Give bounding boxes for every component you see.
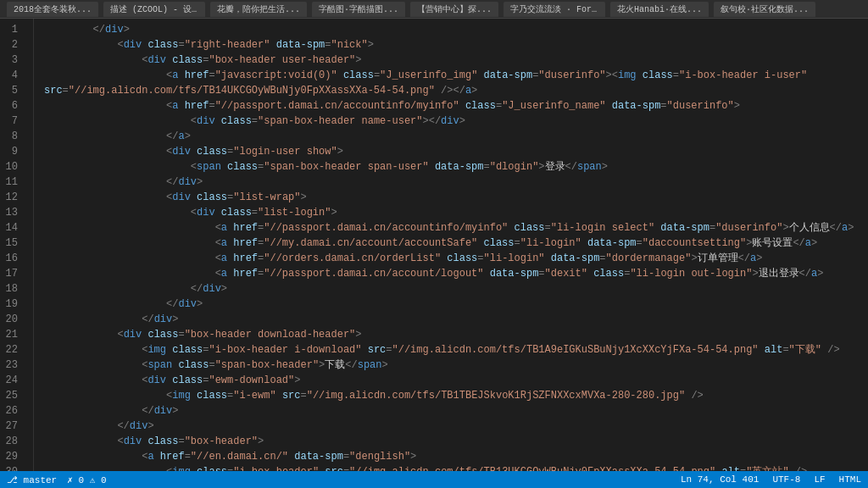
line-number: 29 [0, 449, 26, 464]
code-line: </div> [44, 312, 868, 327]
line-number: 5 [0, 83, 26, 98]
code-line: </div> [44, 22, 868, 37]
line-number: 6 [0, 98, 26, 114]
code-line: <div class="list-login"> [44, 205, 868, 220]
code-line: <a href="//passport.damai.cn/accountinfo… [44, 98, 868, 114]
line-number: 14 [0, 220, 26, 236]
code-line: <div class="box-header download-header"> [44, 327, 868, 342]
line-number: 25 [0, 388, 26, 403]
code-line: <div class="list-wrap"> [44, 190, 868, 205]
code-line: <div class="box-header user-header"> [44, 53, 868, 68]
tab-2[interactable]: 描述 (ZCOOL) - 设... [103, 2, 205, 17]
code-line: <img class="i-box-header" src="//img.ali… [44, 464, 868, 471]
line-number: 16 [0, 251, 26, 266]
cursor-position: Ln 74, Col 401 [681, 474, 759, 485]
code-line: <a href="//en.damai.cn/" data-spm="dengl… [44, 449, 868, 464]
line-number: 27 [0, 419, 26, 434]
line-number: 1 [0, 22, 26, 37]
line-number: 3 [0, 53, 26, 68]
tab-5[interactable]: 【营销中心】探... [410, 2, 498, 17]
browser-tab-bar[interactable]: 2018全套冬装秋... 描述 (ZCOOL) - 设... 花瓣，陪你把生活.… [0, 0, 868, 19]
code-line: </div> [44, 297, 868, 312]
code-line: <div class="login-user show"> [44, 144, 868, 159]
status-left: ⎇ master ✗ 0 ⚠ 0 [7, 474, 107, 485]
line-number: 9 [0, 144, 26, 159]
line-number: 22 [0, 342, 26, 358]
code-line: <div class="right-header" data-spm="nick… [44, 37, 868, 53]
line-number: 15 [0, 236, 26, 251]
code-line: </div> [44, 419, 868, 434]
line-ending: LF [814, 474, 825, 485]
status-bar: ⎇ master ✗ 0 ⚠ 0 Ln 74, Col 401 UTF-8 LF… [0, 471, 868, 488]
tab-1[interactable]: 2018全套冬装秋... [7, 2, 98, 17]
editor: 1234567891011121314151617181920212223242… [0, 19, 868, 488]
code-line: <div class="box-header"> [44, 434, 868, 449]
git-branch: ⎇ master [7, 474, 57, 485]
line-number: 4 [0, 68, 26, 83]
tab-3[interactable]: 花瓣，陪你把生活... [210, 2, 307, 17]
error-count: ✗ 0 ⚠ 0 [67, 474, 106, 485]
code-line: </div> [44, 403, 868, 419]
line-number: 19 [0, 297, 26, 312]
code-line: <a href="//passport.damai.cn/accountinfo… [44, 220, 868, 236]
line-number: 26 [0, 403, 26, 419]
line-number: 30 [0, 464, 26, 471]
line-number: 12 [0, 190, 26, 205]
status-right: Ln 74, Col 401 UTF-8 LF HTML [681, 474, 861, 485]
line-number: 24 [0, 373, 26, 388]
code-area[interactable]: 1234567891011121314151617181920212223242… [0, 19, 868, 471]
tab-7[interactable]: 花火Hanabi·在线... [610, 2, 709, 17]
code-line: <div class="ewm-download"> [44, 373, 868, 388]
line-numbers: 1234567891011121314151617181920212223242… [0, 19, 34, 471]
line-number: 2 [0, 37, 26, 53]
file-encoding: UTF-8 [772, 474, 800, 485]
code-line: <span class="span-box-header span-user" … [44, 159, 868, 175]
code-line: <img class="i-box-header i-download" src… [44, 342, 868, 358]
tab-8[interactable]: 叙句校·社区化数据... [714, 2, 815, 17]
code-line: </div> [44, 175, 868, 190]
code-content[interactable]: </div> <div class="right-header" data-sp… [34, 19, 868, 471]
code-line: <a href="//my.damai.cn/account/accountSa… [44, 236, 868, 251]
code-line: </div> [44, 281, 868, 297]
code-line: <a href="//orders.damai.cn/orderList" cl… [44, 251, 868, 266]
line-number: 21 [0, 327, 26, 342]
line-number: 20 [0, 312, 26, 327]
code-line: <img class="i-ewm" src="//img.alicdn.com… [44, 388, 868, 403]
code-line: <div class="span-box-header name-user"><… [44, 114, 868, 129]
code-line: <a href="javascript:void(0)" class="J_us… [44, 68, 868, 83]
line-number: 7 [0, 114, 26, 129]
line-number: 23 [0, 358, 26, 373]
code-line: <span class="span-box-header">下载</span> [44, 358, 868, 373]
line-number: 28 [0, 434, 26, 449]
line-number: 18 [0, 281, 26, 297]
tab-4[interactable]: 字酷图·字酷描图... [312, 2, 405, 17]
code-line: </a> [44, 129, 868, 144]
line-number: 8 [0, 129, 26, 144]
line-number: 17 [0, 266, 26, 281]
line-number: 10 [0, 159, 26, 175]
code-line: <a href="//passport.damai.cn/account/log… [44, 266, 868, 281]
code-line: src="//img.alicdn.com/tfs/TB14UKCGOyWBuN… [44, 83, 868, 98]
tab-6[interactable]: 字乃交流流淡 · For... [504, 2, 605, 17]
language-mode: HTML [839, 474, 861, 485]
line-number: 13 [0, 205, 26, 220]
line-number: 11 [0, 175, 26, 190]
